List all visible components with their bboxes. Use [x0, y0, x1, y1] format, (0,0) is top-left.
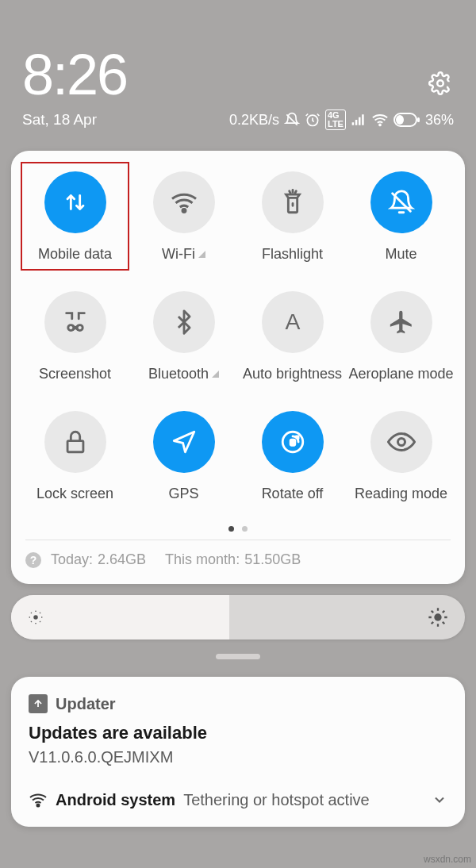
lte-icon: 4GLTE — [325, 109, 346, 130]
data-icon — [44, 171, 106, 233]
tile-screenshot[interactable]: Screenshot — [21, 288, 129, 386]
notification-app-row: Updater — [29, 694, 447, 713]
pager-dot-active — [228, 526, 234, 532]
brightness-high-icon — [427, 606, 449, 628]
airplane-icon — [370, 291, 432, 353]
tile-rotate-off[interactable]: Rotate off — [238, 408, 347, 505]
mute-icon — [370, 171, 432, 233]
notification-second-row[interactable]: Android system Tethering or hotspot acti… — [29, 790, 447, 809]
tile-flashlight[interactable]: Flashlight — [238, 168, 347, 266]
status-header: 8:26 Sat, 18 Apr 0.2KB/s 4GLTE — [0, 0, 476, 140]
tile-label: Mute — [385, 246, 416, 263]
tile-label: Reading mode — [355, 486, 447, 502]
network-speed: 0.2KB/s — [229, 112, 279, 129]
brightness-slider[interactable] — [11, 595, 465, 639]
usage-today-label: Today: — [51, 551, 93, 568]
drag-handle[interactable] — [216, 654, 260, 659]
tile-label: Bluetooth — [148, 366, 219, 382]
svg-rect-4 — [396, 115, 404, 125]
notification-card[interactable]: Updater Updates are available V11.0.6.0.… — [11, 677, 465, 827]
usage-month-label: This month: — [165, 551, 240, 568]
usage-today-value: 2.64GB — [98, 551, 146, 568]
tile-wifi[interactable]: Wi-Fi — [129, 168, 238, 266]
tile-label: Wi-Fi — [162, 246, 205, 263]
tile-gps[interactable]: GPS — [129, 408, 238, 505]
chevron-down-icon[interactable] — [432, 792, 447, 808]
auto-bright-icon: A — [262, 291, 324, 353]
updater-app-icon — [29, 694, 48, 713]
tile-auto-bright[interactable]: AAuto brightness — [238, 288, 347, 386]
tile-grid: Mobile dataWi-FiFlashlightMuteScreenshot… — [21, 168, 455, 505]
watermark: wsxdn.com — [424, 854, 471, 865]
wifi-icon — [153, 171, 215, 233]
battery-icon — [393, 113, 420, 127]
status-indicators: 0.2KB/s 4GLTE 36% — [229, 109, 454, 130]
eye-icon — [370, 411, 432, 473]
pager-dot — [242, 526, 248, 532]
svg-rect-13 — [290, 440, 295, 445]
svg-text:A: A — [285, 309, 300, 334]
tile-label: Auto brightness — [243, 366, 342, 382]
svg-point-15 — [33, 615, 38, 620]
svg-rect-11 — [67, 441, 83, 452]
brightness-low-icon — [27, 609, 44, 626]
expand-triangle-icon — [198, 251, 205, 258]
svg-point-0 — [437, 80, 443, 86]
signal-icon — [351, 112, 367, 128]
tile-mute[interactable]: Mute — [347, 168, 455, 266]
quick-settings-panel: Mobile dataWi-FiFlashlightMuteScreenshot… — [11, 151, 465, 584]
notification-title: Updates are available — [29, 723, 447, 743]
data-usage-row[interactable]: ? Today: 2.64GB This month: 51.50GB — [21, 540, 455, 571]
expand-triangle-icon — [212, 371, 219, 378]
pager-dots — [21, 526, 455, 532]
rotate-off-icon — [262, 411, 324, 473]
battery-percent: 36% — [425, 112, 454, 129]
flashlight-icon — [262, 171, 324, 233]
usage-month-value: 51.50GB — [244, 551, 301, 568]
tile-label: Rotate off — [262, 486, 324, 502]
tile-label: Mobile data — [38, 246, 112, 263]
svg-point-17 — [37, 805, 40, 807]
svg-point-16 — [434, 613, 441, 620]
settings-gear-icon[interactable] — [428, 71, 452, 95]
svg-point-6 — [182, 209, 186, 213]
svg-point-2 — [379, 125, 381, 126]
tile-bluetooth[interactable]: Bluetooth — [129, 288, 238, 386]
notification-app-name-2: Android system — [56, 791, 175, 809]
notification-title-2: Tethering or hotspot active — [183, 791, 424, 809]
tile-label: GPS — [168, 486, 198, 502]
tile-label: Flashlight — [262, 246, 323, 263]
tile-label: Screenshot — [39, 366, 111, 382]
status-date: Sat, 18 Apr — [22, 111, 97, 129]
clock-time: 8:26 — [22, 46, 454, 103]
tile-lock[interactable]: Lock screen — [21, 408, 129, 505]
tile-label: Aeroplane mode — [348, 366, 453, 382]
notification-app-name: Updater — [56, 695, 116, 713]
tile-eye[interactable]: Reading mode — [347, 408, 455, 505]
svg-point-14 — [397, 439, 405, 446]
svg-rect-5 — [417, 117, 420, 122]
question-icon: ? — [25, 552, 41, 568]
hotspot-icon — [29, 790, 48, 809]
gps-icon — [153, 411, 215, 473]
screenshot-icon — [44, 291, 106, 353]
tile-data[interactable]: Mobile data — [21, 168, 129, 266]
bluetooth-icon — [153, 291, 215, 353]
tile-airplane[interactable]: Aeroplane mode — [347, 288, 455, 386]
lock-icon — [44, 411, 106, 473]
tile-label: Lock screen — [36, 486, 113, 502]
alarm-icon — [305, 112, 321, 128]
dnd-icon — [284, 112, 300, 128]
wifi-status-icon — [371, 111, 389, 129]
notification-body: V11.0.6.0.QEJMIXM — [29, 748, 447, 766]
